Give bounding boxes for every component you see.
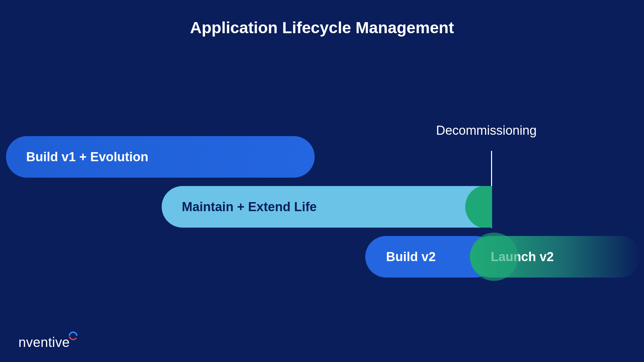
bar-build-v1-label: Build v1 + Evolution (26, 150, 148, 164)
v2-row: Build v2 Launch v2 (365, 236, 640, 278)
bar-maintain: Maintain + Extend Life (162, 186, 492, 228)
page-title: Application Lifecycle Management (0, 18, 644, 37)
brand-logo-text: nventive (18, 335, 70, 350)
brand-logo-icon (69, 331, 77, 342)
bar-build-v1: Build v1 + Evolution (6, 136, 315, 178)
launch-v2-circle-icon (470, 233, 518, 281)
bar-build-v2-label: Build v2 (386, 250, 436, 264)
bar-maintain-label: Maintain + Extend Life (182, 200, 317, 214)
decommissioning-label: Decommissioning (436, 123, 537, 138)
bar-maintain-end-circle-icon (465, 186, 492, 228)
brand-logo: nventive (18, 335, 78, 350)
